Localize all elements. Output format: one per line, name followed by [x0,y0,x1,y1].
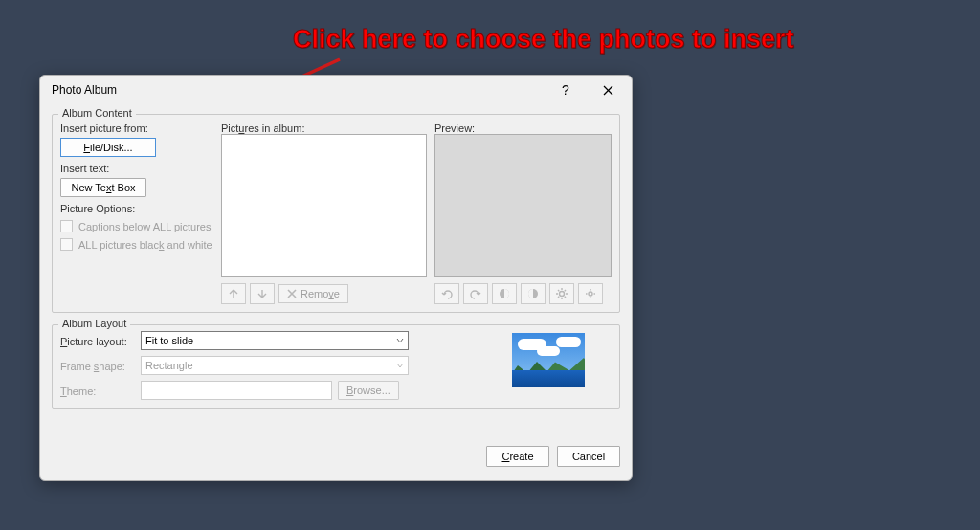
album-content-legend: Album Content [58,107,136,119]
contrast-down-icon [526,287,540,300]
preview-box [434,134,612,277]
pictures-listbox[interactable] [221,134,427,277]
remove-button-label: Remove [301,288,340,299]
svg-point-8 [560,292,565,297]
close-icon [603,85,613,96]
create-button[interactable]: Create [486,446,549,467]
frame-shape-select[interactable]: Rectangle [141,356,409,375]
bw-checkbox[interactable] [60,238,73,251]
preview-label: Preview: [434,122,612,134]
picture-layout-select[interactable]: Fit to slide [141,331,409,350]
svg-line-16 [565,290,566,291]
dialog-footer: Create Cancel [40,436,632,480]
pictures-in-album-label: Pictures in album: [221,122,427,134]
insert-text-label: Insert text: [60,163,213,174]
brightness-down-icon [584,287,597,300]
close-button[interactable] [593,78,622,101]
svg-point-17 [589,292,592,296]
move-down-button[interactable] [250,283,275,304]
photo-album-dialog: Photo Album ? Album Content Insert pictu… [39,75,633,481]
chevron-down-icon [396,337,404,344]
arrow-up-icon [227,287,240,300]
remove-button[interactable]: Remove [278,284,348,303]
insert-picture-from-label: Insert picture from: [60,122,213,134]
brightness-up-button[interactable] [549,283,574,304]
create-button-label: Create [501,451,533,462]
brightness-down-button[interactable] [578,283,603,304]
brightness-up-icon [555,287,568,300]
new-text-box-button[interactable]: New Text Box [60,178,146,197]
help-button[interactable]: ? [551,78,580,101]
captions-checkbox[interactable] [60,220,73,232]
album-content-group: Album Content Insert picture from: File/… [52,114,620,313]
svg-line-13 [558,290,559,291]
picture-options-label: Picture Options: [60,203,213,214]
theme-input[interactable] [141,381,332,400]
new-text-box-button-label: New Text Box [71,182,135,193]
contrast-down-button[interactable] [521,283,546,304]
layout-preview-thumbnail [512,333,585,387]
rotate-left-button[interactable] [434,283,459,304]
move-up-button[interactable] [221,283,246,304]
rotate-right-icon [469,287,482,300]
rotate-left-icon [440,287,454,300]
dialog-title: Photo Album [52,83,551,97]
theme-label: Theme: [60,386,135,397]
chevron-down-icon [396,362,404,369]
file-disk-button[interactable]: File/Disk... [60,138,156,157]
bw-checkbox-label: ALL pictures black and white [78,239,212,251]
rotate-right-button[interactable] [463,283,488,304]
picture-layout-label: Picture layout: [60,336,135,347]
svg-line-15 [558,297,559,298]
cancel-button[interactable]: Cancel [557,446,620,467]
picture-layout-value: Fit to slide [145,335,193,346]
album-layout-legend: Album Layout [58,318,130,329]
file-disk-button-label: File/Disk... [83,142,132,153]
arrow-down-icon [256,287,269,300]
frame-shape-value: Rectangle [145,360,193,371]
frame-shape-label: Frame shape: [60,361,135,372]
titlebar: Photo Album ? [40,76,632,104]
album-layout-group: Album Layout Picture layout: Fit to slid… [52,324,620,409]
captions-checkbox-label: Captions below ALL pictures [78,221,211,232]
contrast-up-button[interactable] [492,283,517,304]
annotation-callout: Click here to choose the photos to inser… [293,25,794,55]
contrast-up-icon [498,287,511,300]
browse-button-label: Browse... [346,385,390,396]
browse-button[interactable]: Browse... [338,381,399,400]
x-icon [287,289,297,298]
svg-line-14 [565,297,566,298]
